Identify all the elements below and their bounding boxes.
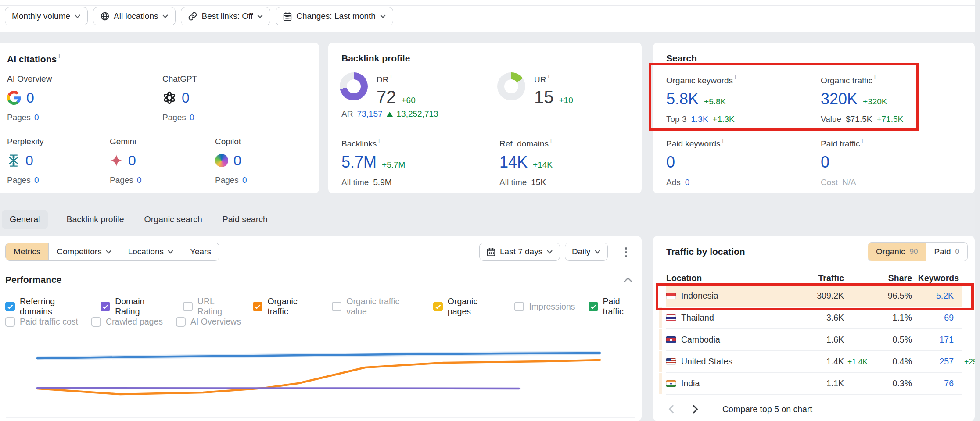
segment-metrics[interactable]: Metrics [6,243,48,260]
table-row-united-states[interactable]: United States 1.4K+1.4K 0.4% 257+255 [666,351,962,373]
chatgpt-pages-link[interactable]: 0 [190,113,194,122]
chevron-down-icon [546,250,553,254]
checkbox-paid-traffic[interactable]: Paid traffic [589,296,642,317]
changes-dropdown[interactable]: Changes: Last month [276,7,393,25]
location-table: Indonesia 309.2K 96.5% 5.2K Thailand 3.6… [666,285,962,395]
changes-label: Changes: Last month [296,11,376,21]
monthly-volume-dropdown[interactable]: Monthly volume [5,7,88,25]
chevron-down-icon [162,14,169,18]
ai-item-perplexity: Perplexity 0 Pages0 [7,137,43,185]
perplexity-count[interactable]: 0 [25,153,33,169]
organic-traffic-metric: Organic traffici 320K+320K Value$71.5K+7… [821,74,903,124]
checkbox-referring-domains[interactable]: Referring domains [5,296,87,317]
segment-locations[interactable]: Locations [120,243,182,260]
gemini-icon [110,154,123,167]
top3-value-link[interactable]: 1.3K [691,114,708,124]
checkbox-domain-rating[interactable]: Domain Rating [101,296,170,317]
top-toolbar: Monthly volume All locations Best links:… [0,0,975,32]
tab-general[interactable]: General [2,210,48,229]
table-row-indonesia[interactable]: Indonesia 309.2K 96.5% 5.2K [666,285,962,307]
keywords-link[interactable]: 76 [944,378,954,388]
info-icon[interactable]: i [862,137,863,144]
chevron-up-icon[interactable] [623,276,633,283]
organic-traffic-value-link[interactable]: 320K [821,90,858,108]
keywords-link[interactable]: 5.2K [936,291,954,300]
paid-keywords-value-link[interactable]: 0 [666,153,675,171]
keywords-link[interactable]: 171 [939,335,954,344]
copilot-count[interactable]: 0 [233,153,241,169]
chevron-right-icon[interactable] [689,403,700,415]
locations-dropdown[interactable]: All locations [93,7,176,25]
ref-domains-value-link[interactable]: 14K [499,153,528,171]
segment-years[interactable]: Years [182,243,219,260]
backlinks-value-link[interactable]: 5.7M [341,153,377,171]
info-icon[interactable]: i [874,74,876,81]
checkbox-impressions[interactable]: Impressions [514,302,575,312]
info-icon[interactable]: i [735,74,736,81]
ar-line: AR 73,157 13,252,713 [341,109,438,119]
gemini-pages-link[interactable]: 0 [137,175,142,185]
chevron-left-icon[interactable] [666,403,678,415]
checkbox-url-rating[interactable]: URL Rating [183,296,240,317]
ai-item-chatgpt: ChatGPT 0 Pages0 [162,74,197,122]
info-icon[interactable]: i [722,137,724,144]
paid-keywords-metric: Paid keywordsi 0 Ads0 [666,137,723,187]
info-icon[interactable]: i [390,73,391,80]
ai-item-ai-overview: AI Overview 0 Pages0 [7,74,52,122]
united-states-flag-icon [666,358,676,365]
checkbox-organic-pages[interactable]: Organic pages [433,296,502,317]
best-links-label: Best links: Off [201,11,253,21]
ai-overview-pages-link[interactable]: 0 [34,113,39,122]
locations-label: All locations [114,11,158,21]
date-range-dropdown[interactable]: Last 7 days [479,243,560,261]
performance-panel: Metrics Competitors Locations Years Last… [0,236,642,421]
copilot-pages-link[interactable]: 0 [242,175,247,185]
info-icon[interactable]: i [58,53,60,60]
keywords-link[interactable]: 257 [939,357,954,366]
tab-backlink-profile[interactable]: Backlink profile [65,214,126,225]
column-keywords: Keywords [912,273,962,283]
best-links-dropdown[interactable]: Best links: Off [181,7,270,25]
kebab-menu-icon[interactable] [619,246,632,259]
tab-paid-search[interactable]: Paid search [221,214,269,225]
table-row-india[interactable]: India 1.1K 0.3% 76 [666,373,962,395]
globe-icon [100,11,110,21]
tab-organic-search[interactable]: Organic search [143,214,204,225]
performance-chart[interactable] [0,320,642,421]
toggle-paid[interactable]: Paid0 [926,243,968,261]
chatgpt-count[interactable]: 0 [182,90,190,106]
dr-metric: DRi 72+60 [377,73,416,107]
perplexity-pages-link[interactable]: 0 [34,175,39,185]
chevron-down-icon [257,14,263,18]
ref-domains-metric: Ref. domainsi 14K+14K All time15K [499,137,553,187]
gemini-count[interactable]: 0 [128,153,136,169]
domain-overview-page: Monthly volume All locations Best links:… [0,0,980,421]
segment-competitors[interactable]: Competitors [48,243,119,260]
ar-value-link[interactable]: 73,157 [357,109,382,119]
paid-traffic-metric: Paid traffici 0 CostN/A [821,137,863,187]
performance-title: Performance [5,275,61,285]
checkbox-organic-traffic-value[interactable]: Organic traffic value [332,296,420,317]
chevron-down-icon [105,250,112,254]
paid-traffic-value-link[interactable]: 0 [821,153,829,171]
checkbox-organic-traffic[interactable]: Organic traffic [253,296,319,317]
ai-overview-count[interactable]: 0 [26,90,34,106]
organic-paid-toggle: Organic90 Paid0 [868,242,968,261]
info-icon[interactable]: i [378,137,380,144]
compare-top5-label: Compare top 5 on chart [722,404,812,414]
ur-delta: +10 [559,96,573,105]
info-icon[interactable]: i [550,137,552,144]
divider [0,5,975,6]
table-row-cambodia[interactable]: Cambodia 1.6K 0.5% 171 [666,329,962,351]
chevron-down-icon [594,250,601,254]
keywords-link[interactable]: 69 [944,313,954,322]
backlink-profile-title: Backlink profile [341,53,410,64]
ads-value-link[interactable]: 0 [685,178,690,187]
granularity-dropdown[interactable]: Daily [565,243,608,261]
info-icon[interactable]: i [548,73,549,80]
toggle-organic[interactable]: Organic90 [868,243,926,261]
calendar-icon [283,11,292,21]
cambodia-flag-icon [666,336,676,343]
table-row-thailand[interactable]: Thailand 3.6K 1.1% 69 [666,307,962,329]
organic-keywords-value-link[interactable]: 5.8K [666,90,699,108]
